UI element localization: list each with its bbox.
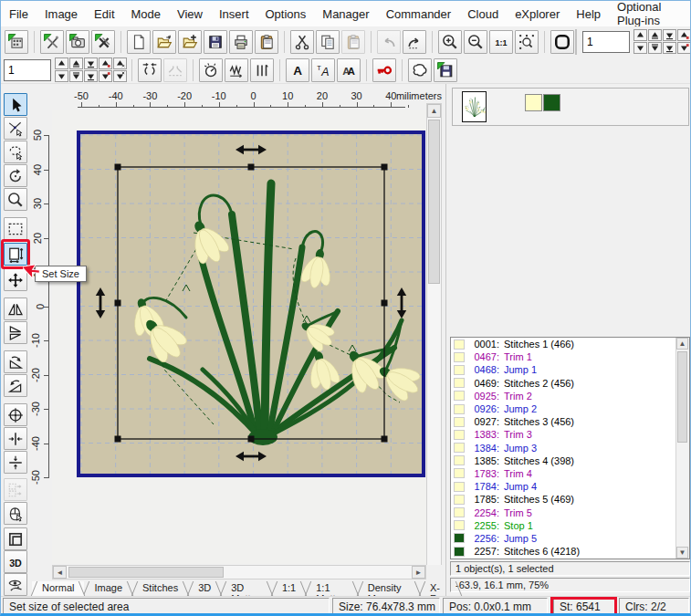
resize-width-arrow-top[interactable] [236, 145, 267, 154]
stitch-list-row[interactable]: 0469: Stitches 2 (456) [451, 377, 689, 390]
step-down-button[interactable] [633, 42, 647, 54]
tool-align-center-vertical[interactable] [4, 427, 27, 450]
tool-view-3d[interactable]: 3D [4, 550, 27, 573]
zoom-in-button[interactable] [438, 30, 462, 54]
list-scroll-thumb[interactable] [677, 351, 687, 443]
to-top-button[interactable] [84, 57, 98, 69]
menu-manager[interactable]: Manager [314, 3, 377, 26]
menu-mode[interactable]: Mode [123, 3, 170, 26]
scroll-up-button[interactable]: ▲ [427, 104, 441, 118]
zoom-1-1-button[interactable]: 1:1 [489, 30, 513, 54]
selection-handles[interactable] [115, 164, 388, 443]
menu-cloud[interactable]: Cloud [459, 3, 507, 26]
step-down-button[interactable] [55, 70, 68, 82]
sew-simulator-button[interactable] [199, 58, 223, 82]
menu-commander[interactable]: Commander [378, 3, 460, 26]
stitch-list[interactable]: 0001: Stitches 1 (466) 0467: Trim 1 0468… [450, 337, 690, 559]
menu-view[interactable]: View [169, 3, 211, 26]
embroidery-design[interactable] [123, 183, 422, 445]
list-scroll-up-button[interactable]: ▲ [676, 338, 688, 350]
stitch-length-button[interactable] [225, 58, 248, 82]
step-up-button[interactable] [633, 29, 647, 41]
tool-redraw[interactable] [4, 573, 27, 596]
tab-image[interactable]: Image [84, 581, 132, 596]
thread-color-swatch-1[interactable] [525, 94, 542, 111]
tab-density-map[interactable]: Density Map [358, 581, 420, 596]
to-bottom-button[interactable] [663, 42, 676, 54]
stitch-list-row[interactable]: 1384: Jump 3 [451, 442, 689, 454]
color-down-button[interactable] [677, 42, 691, 54]
resize-height-arrow-left[interactable] [96, 287, 105, 318]
page-up-button[interactable] [648, 29, 662, 41]
stitch-list-row[interactable]: 2257: Stitches 6 (4218) [451, 545, 689, 558]
step-up-button[interactable] [55, 57, 68, 69]
zoom-to-selection-button[interactable] [515, 30, 539, 54]
menu-image[interactable]: Image [37, 3, 86, 26]
tool-select[interactable] [4, 93, 27, 116]
tab-normal[interactable]: Normal [32, 581, 84, 596]
resize-width-arrow-bottom[interactable] [236, 452, 267, 461]
embird-manager-button[interactable] [5, 30, 28, 54]
stitch-list-row[interactable]: 2254: Trim 5 [451, 506, 689, 518]
stitch-list-row[interactable]: 0001: Stitches 1 (466) [451, 338, 689, 350]
menu-options[interactable]: Options [257, 3, 315, 26]
tool-preview-window[interactable] [4, 527, 27, 550]
tab-x-ray[interactable]: X-Ray [420, 581, 461, 596]
tab-1-1[interactable]: 1:1 [272, 581, 306, 596]
stitch-list-row[interactable]: 0468: Jump 1 [451, 363, 689, 376]
cut-button[interactable] [290, 30, 314, 54]
tool-rotate-left[interactable] [4, 350, 27, 373]
design-area[interactable] [77, 131, 425, 477]
stitch-list-row[interactable]: 2475: Trim 6 [451, 558, 689, 559]
page-up-button[interactable] [69, 57, 83, 69]
tab-3d[interactable]: 3D [188, 581, 221, 596]
image-tools-button[interactable] [40, 30, 64, 54]
menu-file[interactable]: File [1, 3, 37, 26]
to-bottom-button[interactable] [84, 70, 98, 82]
tool-zoom[interactable] [4, 188, 27, 211]
split-connection-button[interactable] [163, 58, 187, 82]
hoop-shape-button[interactable] [550, 30, 574, 54]
list-scroll-down-button[interactable]: ▼ [676, 547, 688, 559]
scroll-left-button[interactable]: ◄ [53, 566, 67, 579]
canvas-viewport[interactable] [52, 110, 426, 564]
save-selection-button[interactable] [434, 58, 457, 82]
to-top-button[interactable] [663, 29, 676, 41]
tool-rotate[interactable] [4, 164, 27, 187]
vertical-scroll-thumb[interactable] [428, 120, 440, 284]
tool-freehand-select[interactable] [4, 141, 27, 163]
horizontal-scrollbar[interactable]: ◄ ► [52, 565, 426, 579]
menu-edit[interactable]: Edit [86, 3, 122, 26]
end-up-button[interactable] [113, 57, 127, 69]
stitch-list-row[interactable]: 0467: Trim 1 [451, 350, 689, 363]
paste-button[interactable] [341, 30, 365, 54]
monogram-button[interactable]: AA [337, 58, 361, 82]
page-down-button[interactable] [648, 42, 662, 54]
menu-explorer[interactable]: eXplorer [507, 3, 568, 26]
page-down-button[interactable] [69, 70, 83, 82]
text-transform-button[interactable]: TA [311, 58, 335, 82]
save-design-button[interactable] [204, 30, 227, 54]
tab-3d-matte[interactable]: 3D Matte [221, 581, 272, 596]
connect-ends-button[interactable] [138, 58, 162, 82]
menu-help[interactable]: Help [568, 3, 609, 26]
stitch-list-row[interactable]: 1783: Trim 4 [451, 467, 689, 480]
stitch-list-row[interactable]: 0925: Trim 2 [451, 390, 689, 402]
stitch-list-row[interactable]: 0927: Stitches 3 (456) [451, 415, 689, 428]
selection-rectangle[interactable] [118, 167, 384, 439]
vertical-scrollbar[interactable]: ▲ ▼ [426, 103, 442, 579]
camera-snapshot-button[interactable] [66, 30, 89, 54]
lettering-button[interactable]: A [286, 58, 309, 82]
tool-flip-horizontal[interactable] [4, 298, 27, 320]
horizontal-scroll-thumb[interactable] [68, 567, 224, 578]
thread-color-swatch-2[interactable] [543, 94, 560, 111]
stitch-list-row[interactable]: 2255: Stop 1 [451, 519, 689, 532]
stitch-list-row[interactable]: 1784: Jump 4 [451, 480, 689, 493]
color-up-button[interactable] [99, 57, 112, 69]
import-design-button[interactable] [178, 30, 202, 54]
menu-insert[interactable]: Insert [211, 3, 257, 26]
zoom-out-button[interactable] [464, 30, 487, 54]
stitch-list-row[interactable]: 0926: Jump 2 [451, 402, 689, 415]
undo-button[interactable] [377, 30, 401, 54]
stitch-number-input[interactable] [582, 31, 630, 53]
